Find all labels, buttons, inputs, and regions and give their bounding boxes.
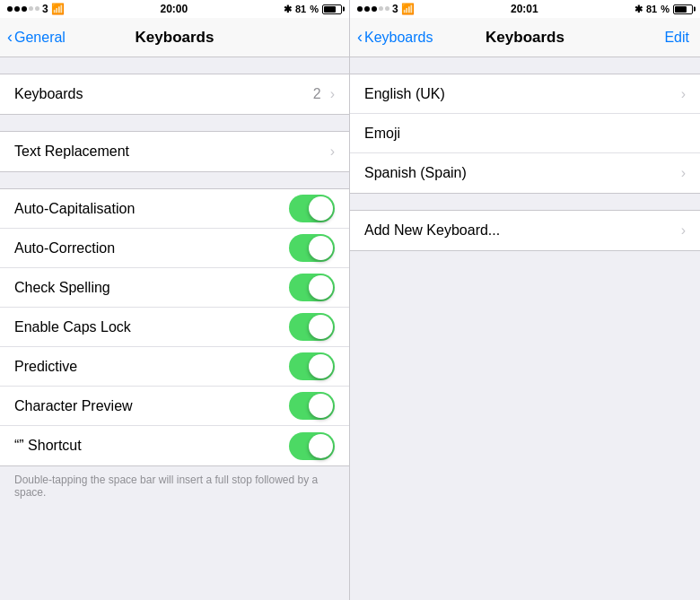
left-panel: 3 📶 20:00 ✱ 81% ‹ General Keyboards Keyb… [0, 0, 350, 600]
left-status-right: ✱ 81% [284, 4, 342, 15]
back-label: General [14, 30, 66, 46]
r-signal-dot-5 [385, 6, 389, 11]
add-keyboard-row[interactable]: Add New Keyboard... › [350, 211, 700, 250]
right-edit-button[interactable]: Edit [664, 30, 689, 46]
r-signal-dot-4 [379, 6, 383, 11]
keyboard-item-1[interactable]: Emoji [350, 114, 700, 153]
right-signal-dots [357, 6, 389, 12]
toggle-predictive-label: Predictive [14, 359, 77, 375]
right-status-left: 3 📶 [357, 3, 415, 15]
signal-dots [7, 6, 39, 12]
toggle-check-spelling: Check Spelling [0, 268, 349, 308]
toggle-char-preview-switch[interactable] [289, 392, 335, 420]
toggle-caps-lock-label: Enable Caps Lock [14, 319, 131, 335]
keyboard-item-2[interactable]: Spanish (Spain) › [350, 153, 700, 193]
back-chevron-icon: ‹ [7, 28, 13, 47]
toggle-knob [309, 275, 333, 300]
left-nav-bar: ‹ General Keyboards [0, 18, 349, 57]
left-nav-title: Keyboards [136, 29, 214, 47]
keyboard-1-label: Emoji [364, 126, 400, 142]
toggle-knob [309, 394, 333, 418]
left-content: Keyboards 2 › Text Replacement › Auto-Ca… [0, 57, 349, 600]
toggle-predictive-switch[interactable] [289, 352, 335, 380]
battery-icon [322, 4, 342, 14]
right-content: English (UK) › Emoji Spanish (Spain) › A… [350, 57, 700, 600]
left-status-left: 3 📶 [7, 3, 65, 15]
toggle-predictive: Predictive [0, 347, 349, 387]
toggle-shortcut-label: “” Shortcut [14, 438, 82, 454]
keyboard-0-label: English (UK) [364, 86, 445, 102]
keyboard-2-chevron-icon: › [681, 165, 686, 181]
right-carrier-label: 3 [392, 3, 398, 15]
r-signal-dot-3 [372, 6, 377, 12]
signal-dot-5 [35, 6, 39, 11]
add-keyboard-group: Add New Keyboard... › [350, 210, 700, 251]
toggle-check-spelling-label: Check Spelling [14, 280, 110, 296]
signal-dot-1 [7, 6, 13, 12]
toggle-shortcut: “” Shortcut [0, 426, 349, 465]
keyboards-right: 2 › [313, 86, 335, 102]
bluetooth-icon: ✱ [284, 4, 292, 15]
keyboards-label: Keyboards [14, 86, 83, 102]
section-footer: Double-tapping the space bar will insert… [0, 466, 349, 509]
keyboards-row[interactable]: Keyboards 2 › [0, 74, 349, 114]
right-nav-title: Keyboards [486, 29, 564, 47]
gap-2 [0, 115, 349, 131]
toggle-shortcut-switch[interactable] [289, 432, 335, 460]
right-wifi-icon: 📶 [401, 3, 415, 15]
text-replacement-group: Text Replacement › [0, 131, 349, 172]
text-replacement-row[interactable]: Text Replacement › [0, 132, 349, 171]
toggle-auto-correct-label: Auto-Correction [14, 240, 115, 257]
right-battery-icon [673, 4, 693, 14]
right-panel: 3 📶 20:01 ✱ 81% ‹ Keyboards Keyboards Ed… [350, 0, 700, 600]
carrier-label: 3 [42, 3, 48, 15]
right-status-right: ✱ 81% [634, 4, 693, 15]
wifi-icon: 📶 [51, 3, 65, 15]
right-bluetooth-icon: ✱ [634, 4, 643, 15]
text-replacement-chevron-icon: › [330, 143, 335, 160]
text-replacement-right: › [330, 143, 335, 160]
right-back-button[interactable]: ‹ Keyboards [357, 29, 433, 47]
left-status-time: 20:00 [160, 3, 188, 15]
toggle-knob [309, 196, 333, 221]
left-back-button[interactable]: ‹ General [7, 29, 66, 47]
battery-fill [324, 6, 337, 13]
toggle-knob [309, 354, 333, 378]
keyboard-0-chevron-icon: › [681, 86, 686, 102]
left-status-bar: 3 📶 20:00 ✱ 81% [0, 0, 349, 18]
toggle-knob [309, 315, 333, 339]
right-back-chevron-icon: ‹ [357, 28, 363, 47]
toggle-check-spelling-switch[interactable] [289, 274, 335, 301]
toggles-group: Auto-Capitalisation Auto-Correction Chec… [0, 188, 349, 466]
toggle-char-preview-label: Character Preview [14, 398, 133, 414]
signal-dot-3 [22, 6, 27, 12]
right-battery-percent: 81 [646, 4, 657, 14]
toggle-auto-correct: Auto-Correction [0, 229, 349, 268]
right-gap-1 [350, 57, 700, 74]
toggle-char-preview: Character Preview [0, 387, 349, 426]
right-back-label: Keyboards [364, 30, 433, 46]
gap-1 [0, 57, 349, 74]
signal-dot-2 [14, 6, 20, 12]
keyboard-list-group: English (UK) › Emoji Spanish (Spain) › [350, 74, 700, 194]
gap-3 [0, 172, 349, 188]
right-status-time: 20:01 [511, 3, 538, 15]
battery-percent: 81 [295, 4, 306, 14]
toggle-knob [309, 236, 333, 260]
signal-dot-4 [29, 6, 33, 11]
toggle-auto-cap-switch[interactable] [289, 195, 335, 222]
add-keyboard-label: Add New Keyboard... [364, 222, 500, 239]
keyboard-item-0[interactable]: English (UK) › [350, 74, 700, 114]
right-gap-2 [350, 194, 700, 210]
keyboards-count: 2 [313, 86, 321, 102]
right-status-bar: 3 📶 20:01 ✱ 81% [350, 0, 700, 18]
toggle-auto-cap-label: Auto-Capitalisation [14, 201, 135, 217]
add-keyboard-chevron-icon: › [681, 222, 686, 239]
text-replacement-label: Text Replacement [14, 143, 129, 160]
toggle-auto-correct-switch[interactable] [289, 234, 335, 262]
toggle-auto-cap: Auto-Capitalisation [0, 189, 349, 229]
right-nav-bar: ‹ Keyboards Keyboards Edit [350, 18, 700, 57]
r-signal-dot-1 [357, 6, 363, 12]
keyboard-2-label: Spanish (Spain) [364, 165, 467, 181]
toggle-caps-lock-switch[interactable] [289, 313, 335, 341]
